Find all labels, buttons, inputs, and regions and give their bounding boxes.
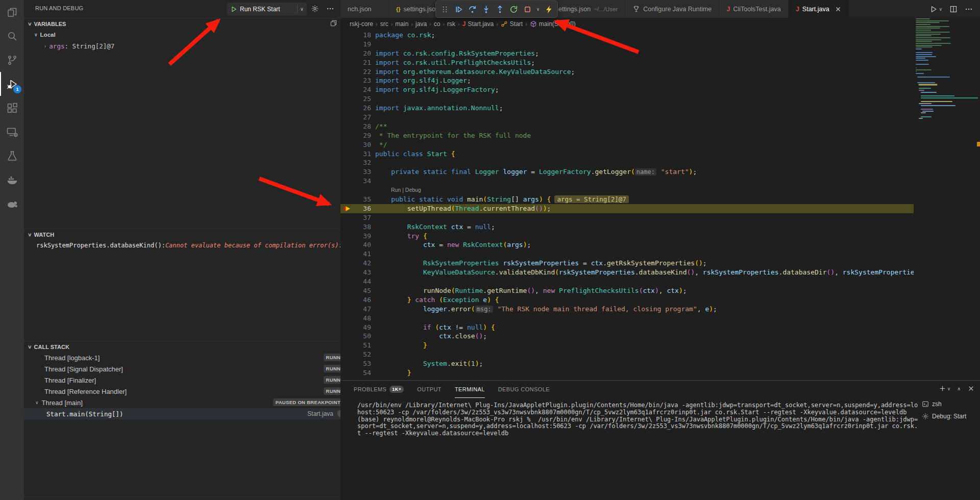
activity-item-remote-explorer[interactable] — [0, 120, 24, 144]
breadcrumb-item[interactable]: rsk — [447, 20, 455, 28]
activity-item-source-control[interactable] — [0, 48, 24, 72]
line-number[interactable]: 48 — [340, 314, 371, 323]
code-editor[interactable]: 18package co.rsk;1920import co.rsk.confi… — [340, 30, 914, 380]
line-number[interactable]: 43 — [340, 268, 371, 277]
line-number[interactable]: 26 — [340, 104, 371, 113]
panel-tab-output[interactable]: OUTPUT — [417, 381, 442, 398]
line-number[interactable]: 35 — [340, 195, 371, 204]
new-terminal-dropdown-icon[interactable]: ∨ — [947, 386, 951, 391]
panel-tab-problems[interactable]: PROBLEMS1K+ — [354, 381, 404, 398]
line-number[interactable]: 49 — [340, 323, 371, 332]
activity-item-extensions[interactable] — [0, 96, 24, 120]
line-number[interactable]: 23 — [340, 76, 371, 85]
line-number[interactable]: 52 — [340, 350, 371, 359]
activity-item-search[interactable] — [0, 24, 24, 48]
line-number[interactable]: 24 — [340, 85, 371, 94]
variables-scope-local[interactable]: ∨ Local — [24, 29, 340, 40]
thread-row[interactable]: ∨Thread [main]PAUSED ON BREAKPOINT — [24, 397, 340, 408]
line-number[interactable]: 25 — [340, 94, 371, 104]
breadcrumb-class[interactable]: Start — [510, 20, 523, 28]
start-debug-icon[interactable] — [230, 6, 237, 13]
chevron-down-icon[interactable]: ∨ — [300, 6, 304, 12]
line-number[interactable]: 47 — [340, 305, 371, 314]
close-icon[interactable] — [835, 6, 842, 13]
breadcrumb-item[interactable]: src — [380, 20, 388, 28]
line-number[interactable]: 36 — [340, 204, 371, 213]
line-number[interactable]: 38 — [340, 222, 371, 232]
line-number[interactable]: 27 — [340, 113, 371, 122]
breadcrumb-file[interactable]: Start.java — [468, 20, 494, 28]
line-number[interactable]: 44 — [340, 277, 371, 286]
line-number[interactable]: 46 — [340, 295, 371, 305]
line-number[interactable]: 41 — [340, 249, 371, 259]
new-terminal-icon[interactable] — [939, 385, 946, 392]
gear-icon[interactable] — [311, 5, 319, 13]
maximize-panel-icon[interactable]: ∧ — [957, 386, 961, 391]
activity-item-explorer[interactable] — [0, 0, 24, 24]
stacked-pages-icon[interactable] — [330, 19, 337, 27]
step-over-button[interactable] — [466, 3, 478, 15]
line-number[interactable]: 20 — [340, 49, 371, 58]
watch-expression-row[interactable]: rskSystemProperties.databaseKind(): Cann… — [24, 240, 340, 251]
step-into-button[interactable] — [480, 3, 492, 15]
activity-item-gradle[interactable] — [0, 192, 24, 216]
restart-button[interactable] — [507, 3, 520, 15]
thread-row[interactable]: Thread [Reference Handler]RUNNING — [24, 386, 340, 397]
activity-item-testing[interactable] — [0, 144, 24, 168]
continue-button[interactable] — [452, 3, 464, 15]
line-number[interactable]: 34 — [340, 177, 371, 186]
line-number[interactable]: 53 — [340, 359, 371, 368]
breadcrumb-item[interactable]: java — [415, 20, 427, 28]
stop-dropdown-button[interactable]: ∨ — [535, 7, 541, 12]
more-actions-icon[interactable] — [326, 5, 334, 13]
activity-item-run-and-debug[interactable]: 1 — [0, 72, 24, 96]
run-java-icon[interactable] — [929, 5, 938, 13]
line-number[interactable]: 54 — [340, 368, 371, 378]
breadcrumb-item[interactable]: main — [395, 20, 408, 28]
line-number[interactable]: 37 — [340, 213, 371, 222]
tab-start-java[interactable]: JStart.java — [789, 0, 849, 18]
line-number[interactable]: 45 — [340, 286, 371, 295]
line-number[interactable]: 29 — [340, 131, 371, 140]
codelens-run-debug[interactable]: Run | Debug — [340, 186, 914, 195]
line-number[interactable]: 18 — [340, 31, 371, 40]
line-number[interactable]: 30 — [340, 140, 371, 149]
close-panel-icon[interactable] — [967, 385, 975, 392]
thread-row[interactable]: Thread [logback-1]RUNNING — [24, 352, 340, 363]
line-number[interactable]: 39 — [340, 232, 371, 241]
call-stack-section-header[interactable]: ∨ CALL STACK — [24, 341, 340, 352]
watch-section-header[interactable]: ∨ WATCH — [24, 229, 340, 240]
breadcrumb[interactable]: rskj-core›src›main›java›co›rsk›JStart.ja… — [340, 18, 914, 30]
minimap[interactable] — [916, 18, 976, 120]
session-debug-start[interactable]: Debug: Start — [922, 410, 979, 422]
stop-button[interactable] — [521, 3, 533, 15]
variable-row-args[interactable]: › args: String[2]@7 — [24, 40, 340, 52]
variables-section-header[interactable]: ∨ VARIABLES — [24, 18, 340, 29]
panel-tab-debug-console[interactable]: DEBUG CONSOLE — [498, 381, 550, 398]
breakpoints-section-header[interactable]: › BREAKPOINTS — [24, 496, 340, 500]
line-number[interactable]: 40 — [340, 240, 371, 249]
line-number[interactable]: 28 — [340, 122, 371, 131]
line-number[interactable]: 19 — [340, 40, 371, 49]
line-number[interactable]: 32 — [340, 158, 371, 167]
panel-tab-terminal[interactable]: TERMINAL — [455, 381, 485, 398]
line-number[interactable]: 21 — [340, 58, 371, 67]
line-number[interactable]: 33 — [340, 167, 371, 177]
launch-config-dropdown[interactable]: Run RSK Start ∨ — [227, 3, 307, 15]
chevron-right-icon[interactable]: › — [44, 43, 46, 49]
line-number[interactable]: 31 — [340, 149, 371, 159]
breadcrumb-item[interactable]: co — [434, 20, 440, 28]
split-editor-icon[interactable] — [949, 5, 958, 13]
stack-frame-row[interactable]: Start.main(String[])Start.java36:1 — [24, 408, 340, 419]
hot-code-replace-button[interactable] — [543, 3, 555, 15]
run-dropdown-icon[interactable]: ∨ — [939, 7, 942, 12]
thread-row[interactable]: Thread [Finalizer]RUNNING — [24, 374, 340, 386]
tab-configure-java-runtime[interactable]: Configure Java Runtime — [625, 0, 719, 18]
line-number[interactable]: 50 — [340, 332, 371, 341]
breadcrumb-item[interactable]: rskj-core — [350, 20, 373, 28]
breakpoint-current-icon[interactable] — [344, 205, 352, 213]
drag-handle-button[interactable] — [438, 3, 451, 15]
breadcrumb-member[interactable]: main(String[]) — [539, 20, 576, 28]
activity-item-docker[interactable] — [0, 168, 24, 192]
tab-nch-json[interactable]: nch.json — [340, 0, 389, 18]
